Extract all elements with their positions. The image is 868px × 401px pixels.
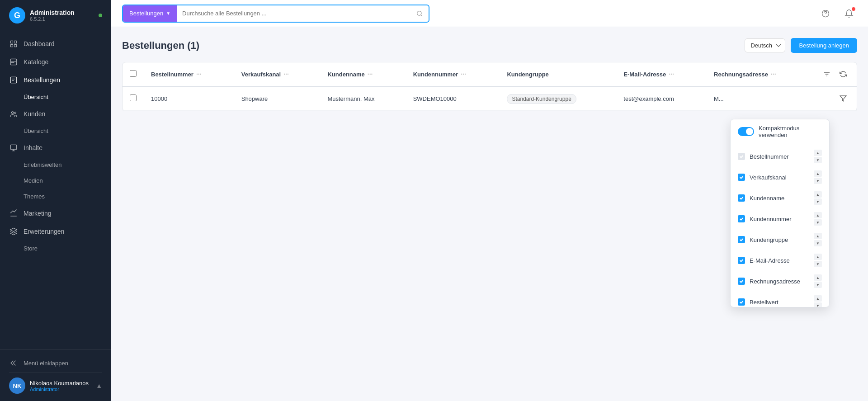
col-label-bestellwert: Bestellwert	[750, 299, 809, 306]
col-checkbox-bestellwert[interactable]	[738, 298, 745, 306]
orders-table: Bestellnummer ··· Verkaufskanal ···	[123, 62, 857, 111]
compact-mode-label: Kompaktmodus verwenden	[759, 125, 822, 138]
avatar: NK	[9, 377, 25, 394]
col-up-bestellnummer[interactable]: ▲	[814, 150, 822, 156]
sidebar-header: G Administration 6.5.2.1	[0, 0, 111, 31]
sidebar-item-marketing[interactable]: Marketing	[0, 204, 111, 222]
col-down-bestellnummer[interactable]: ▼	[814, 157, 822, 163]
orders-table-wrapper: Bestellnummer ··· Verkaufskanal ···	[122, 62, 857, 111]
header-actions: Deutsch English Bestellung anlegen	[745, 38, 857, 53]
cell-actions	[813, 86, 857, 111]
svg-rect-8	[10, 145, 17, 150]
col-kundenname-menu[interactable]: ···	[368, 71, 373, 78]
col-up-kundengruppe[interactable]: ▲	[814, 233, 822, 239]
col-checkbox-bestellnummer[interactable]	[738, 153, 745, 160]
col-email: E-Mail-Adresse ···	[616, 62, 707, 86]
marketing-icon	[9, 209, 18, 218]
col-up-kundennummer[interactable]: ▲	[814, 212, 822, 218]
sidebar-item-erweiterungen[interactable]: Erweiterungen	[0, 222, 111, 241]
sidebar-item-bestellungen[interactable]: Bestellungen	[0, 71, 111, 89]
search-input[interactable]	[177, 5, 410, 22]
col-down-email[interactable]: ▼	[814, 261, 822, 267]
sidebar-item-themes[interactable]: Themes	[0, 189, 111, 204]
kunden-icon	[9, 109, 18, 118]
col-down-bestellwert[interactable]: ▼	[814, 302, 822, 307]
search-type-button[interactable]: Bestellungen ▼	[123, 5, 177, 22]
col-label-kundennummer: Kundennummer	[750, 216, 809, 222]
sidebar-item-erlebniswelten[interactable]: Erlebniswelten	[0, 157, 111, 173]
col-config-header	[813, 62, 857, 86]
language-select[interactable]: Deutsch English	[745, 38, 785, 52]
sidebar-item-kunden-ubersicht-label: Übersicht	[24, 127, 48, 134]
sidebar-item-inhalte-label: Inhalte	[24, 144, 42, 151]
col-kundennummer-menu[interactable]: ···	[461, 71, 466, 78]
user-profile[interactable]: NK Nikolaos Koumarianos Administrator ▲	[9, 373, 102, 396]
col-up-verkaufskanal[interactable]: ▲	[814, 170, 822, 177]
inhalte-icon	[9, 143, 18, 152]
col-verkaufskanal-menu[interactable]: ···	[283, 71, 289, 78]
col-up-email[interactable]: ▲	[814, 254, 822, 260]
notifications-button[interactable]	[841, 5, 857, 22]
collapse-icon	[9, 359, 18, 367]
sidebar-item-kunden-ubersicht[interactable]: Übersicht	[0, 123, 111, 139]
sidebar-item-inhalte[interactable]: Inhalte	[0, 139, 111, 157]
col-checkbox-email[interactable]	[738, 257, 745, 264]
col-label-kundenname: Kundenname	[750, 195, 809, 202]
help-button[interactable]	[817, 5, 834, 22]
compact-mode-row: Kompaktmodus verwenden	[731, 119, 829, 144]
sidebar-item-kataloge[interactable]: Kataloge	[0, 53, 111, 71]
col-verkaufskanal: Verkaufskanal ···	[234, 62, 321, 86]
col-label-bestellnummer: Bestellnummer	[750, 153, 809, 160]
sidebar-item-dashboard[interactable]: Dashboard	[0, 35, 111, 53]
col-config-item-kundenname: Kundenname ▲ ▼	[731, 188, 829, 208]
col-bestellnummer-menu[interactable]: ···	[196, 71, 202, 78]
sidebar-item-store[interactable]: Store	[0, 241, 111, 256]
cell-kundengruppe: Standard-Kundengruppe	[500, 86, 616, 111]
kundengruppe-badge: Standard-Kundengruppe	[507, 94, 576, 104]
bestellungen-icon	[9, 75, 18, 85]
col-rechnungsadresse-menu[interactable]: ···	[771, 71, 776, 78]
sidebar-item-kunden-label: Kunden	[24, 110, 45, 118]
col-label-email: E-Mail-Adresse	[750, 257, 809, 264]
filter-button[interactable]	[837, 92, 849, 105]
topbar: Bestellungen ▼	[111, 0, 868, 27]
col-arrows-rechnungsadresse: ▲ ▼	[814, 274, 822, 288]
user-chevron-icon: ▲	[96, 382, 102, 389]
col-config-item-email: E-Mail-Adresse ▲ ▼	[731, 250, 829, 271]
col-down-rechnungsadresse[interactable]: ▼	[814, 282, 822, 288]
col-up-bestellwert[interactable]: ▲	[814, 295, 822, 302]
sidebar-item-bestellungen-label: Bestellungen	[24, 76, 60, 84]
col-down-kundennummer[interactable]: ▼	[814, 219, 822, 226]
col-up-kundenname[interactable]: ▲	[814, 191, 822, 198]
search-submit-button[interactable]	[410, 10, 429, 17]
sidebar-item-kunden[interactable]: Kunden	[0, 105, 111, 123]
refresh-button[interactable]	[837, 68, 849, 80]
column-config-panel: Kompaktmodus verwenden Bestellnummer ▲ ▼	[730, 119, 830, 307]
collapse-menu-btn[interactable]: Menü einklappen	[9, 355, 102, 371]
sidebar-item-medien-label: Medien	[24, 177, 43, 184]
user-info: Nikolaos Koumarianos Administrator	[30, 380, 96, 392]
col-checkbox-kundengruppe[interactable]	[738, 236, 745, 243]
col-up-rechnungsadresse[interactable]: ▲	[814, 274, 822, 281]
col-down-kundengruppe[interactable]: ▼	[814, 240, 822, 246]
col-down-kundenname[interactable]: ▼	[814, 198, 822, 205]
sidebar-item-bestellungen-ubersicht-label: Übersicht	[24, 94, 48, 100]
col-checkbox-rechnungsadresse[interactable]	[738, 278, 745, 285]
sidebar-item-medien[interactable]: Medien	[0, 173, 111, 189]
col-checkbox-verkaufskanal[interactable]	[738, 174, 745, 181]
col-email-menu[interactable]: ···	[669, 71, 674, 78]
cell-rechnungsadresse: M...	[707, 86, 813, 111]
select-all-checkbox[interactable]	[130, 70, 137, 77]
col-arrows-kundengruppe: ▲ ▼	[814, 233, 822, 246]
row-checkbox[interactable]	[130, 94, 137, 101]
column-config-button[interactable]	[821, 68, 833, 80]
compact-mode-toggle[interactable]	[738, 127, 754, 136]
create-order-button[interactable]: Bestellung anlegen	[791, 38, 857, 53]
col-down-verkaufskanal[interactable]: ▼	[814, 178, 822, 184]
col-arrows-bestellwert: ▲ ▼	[814, 295, 822, 307]
col-checkbox-kundenname[interactable]	[738, 194, 745, 202]
col-checkbox-kundennummer[interactable]	[738, 215, 745, 222]
sidebar-item-bestellungen-ubersicht[interactable]: Übersicht	[0, 89, 111, 105]
col-label-kundengruppe: Kundengruppe	[750, 236, 809, 243]
sidebar-item-marketing-label: Marketing	[24, 210, 51, 217]
